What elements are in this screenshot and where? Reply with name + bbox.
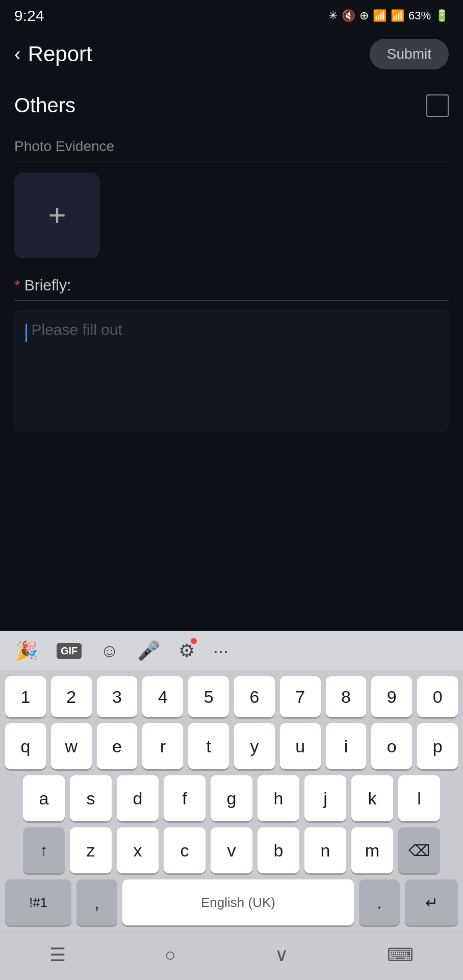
- backspace-key[interactable]: ⌫: [398, 827, 440, 873]
- notification-dot: [191, 638, 197, 644]
- microphone-icon[interactable]: 🎤: [137, 640, 160, 662]
- key-v[interactable]: v: [211, 827, 252, 873]
- keyboard: 🎉 GIF ☺ 🎤 ⚙ ··· 1 2 3 4 5 6 7 8 9 0 q w …: [0, 631, 463, 980]
- key-y[interactable]: y: [234, 723, 275, 769]
- period-key[interactable]: .: [359, 879, 400, 925]
- status-time: 9:24: [14, 7, 44, 24]
- number-row: 1 2 3 4 5 6 7 8 9 0: [5, 676, 458, 717]
- key-z[interactable]: z: [70, 827, 112, 873]
- briefly-section: * Briefly: Please fill out: [14, 277, 449, 432]
- key-j[interactable]: j: [304, 775, 346, 821]
- photo-evidence-section: Photo Evidence +: [14, 138, 449, 258]
- key-3[interactable]: 3: [97, 676, 138, 717]
- settings-icon[interactable]: ⚙: [178, 640, 195, 662]
- nav-menu[interactable]: ☰: [34, 940, 81, 970]
- key-9[interactable]: 9: [371, 676, 412, 717]
- row-qwerty: q w e r t y u i o p: [5, 723, 458, 769]
- keyboard-keys: 1 2 3 4 5 6 7 8 9 0 q w e r t y u i o p …: [0, 671, 463, 925]
- nav-home[interactable]: ○: [149, 940, 191, 970]
- location-icon: ⊕: [359, 9, 369, 22]
- emoji-icon[interactable]: ☺: [100, 640, 119, 662]
- briefly-textarea[interactable]: Please fill out: [14, 310, 449, 432]
- add-photo-button[interactable]: +: [14, 173, 100, 258]
- key-b[interactable]: b: [258, 827, 299, 873]
- key-q[interactable]: q: [5, 723, 46, 769]
- page-title: Report: [28, 42, 92, 66]
- placeholder-text: Please fill out: [31, 321, 122, 338]
- key-k[interactable]: k: [351, 775, 393, 821]
- keyboard-toolbar: 🎉 GIF ☺ 🎤 ⚙ ···: [0, 631, 463, 671]
- nav-back[interactable]: ∨: [260, 940, 303, 970]
- plus-icon: +: [48, 200, 66, 231]
- key-r[interactable]: r: [142, 723, 183, 769]
- key-a[interactable]: a: [23, 775, 65, 821]
- key-u[interactable]: u: [280, 723, 321, 769]
- key-i[interactable]: i: [326, 723, 367, 769]
- gif-icon[interactable]: GIF: [57, 643, 82, 659]
- row-asdf: a s d f g h j k l: [5, 775, 458, 821]
- battery-icon: 🔋: [435, 9, 449, 22]
- key-1[interactable]: 1: [5, 676, 46, 717]
- back-button[interactable]: ‹: [14, 43, 21, 65]
- key-h[interactable]: h: [258, 775, 299, 821]
- briefly-row: * Briefly:: [14, 277, 449, 294]
- photo-evidence-label: Photo Evidence: [14, 138, 449, 155]
- key-l[interactable]: l: [398, 775, 440, 821]
- key-m[interactable]: m: [351, 827, 393, 873]
- shift-key[interactable]: ↑: [23, 827, 65, 873]
- space-key[interactable]: English (UK): [122, 879, 354, 925]
- text-cursor: [25, 324, 27, 342]
- others-checkbox[interactable]: [426, 94, 449, 117]
- row-bottom: !#1 , English (UK) . ↵: [5, 879, 458, 925]
- key-x[interactable]: x: [117, 827, 159, 873]
- comma-key[interactable]: ,: [76, 879, 117, 925]
- key-f[interactable]: f: [164, 775, 205, 821]
- battery-percent: 63%: [408, 9, 431, 22]
- key-4[interactable]: 4: [142, 676, 183, 717]
- key-5[interactable]: 5: [188, 676, 229, 717]
- key-e[interactable]: e: [97, 723, 138, 769]
- row-zxcv: ↑ z x c v b n m ⌫: [5, 827, 458, 873]
- key-2[interactable]: 2: [51, 676, 92, 717]
- briefly-label: Briefly:: [24, 277, 71, 294]
- others-row: Others: [14, 89, 449, 122]
- app-bar: ‹ Report Submit: [0, 30, 463, 79]
- status-bar: 9:24 ✳ 🔇 ⊕ 📶 📶 63% 🔋: [0, 0, 463, 30]
- others-label: Others: [14, 94, 75, 117]
- symbols-key[interactable]: !#1: [5, 879, 71, 925]
- nav-keyboard[interactable]: ⌨: [372, 940, 429, 970]
- required-star: *: [14, 277, 20, 294]
- app-bar-left: ‹ Report: [14, 42, 92, 66]
- key-o[interactable]: o: [371, 723, 412, 769]
- key-c[interactable]: c: [164, 827, 205, 873]
- sticker-icon[interactable]: 🎉: [15, 640, 38, 662]
- photo-evidence-divider: [14, 161, 449, 161]
- bottom-nav: ☰ ○ ∨ ⌨: [0, 932, 463, 980]
- key-p[interactable]: p: [417, 723, 458, 769]
- more-icon[interactable]: ···: [213, 640, 228, 662]
- key-d[interactable]: d: [117, 775, 159, 821]
- status-icons: ✳ 🔇 ⊕ 📶 📶 63% 🔋: [328, 9, 449, 22]
- submit-button[interactable]: Submit: [370, 39, 449, 69]
- key-0[interactable]: 0: [417, 676, 458, 717]
- key-g[interactable]: g: [211, 775, 252, 821]
- mute-icon: 🔇: [342, 9, 355, 22]
- key-s[interactable]: s: [70, 775, 112, 821]
- key-7[interactable]: 7: [280, 676, 321, 717]
- wifi-icon: 📶: [373, 9, 387, 22]
- key-t[interactable]: t: [188, 723, 229, 769]
- key-n[interactable]: n: [304, 827, 346, 873]
- key-8[interactable]: 8: [326, 676, 367, 717]
- briefly-divider: [14, 300, 449, 301]
- signal-icon: 📶: [391, 9, 404, 22]
- bluetooth-icon: ✳: [328, 9, 338, 22]
- key-6[interactable]: 6: [234, 676, 275, 717]
- key-w[interactable]: w: [51, 723, 92, 769]
- enter-key[interactable]: ↵: [405, 879, 458, 925]
